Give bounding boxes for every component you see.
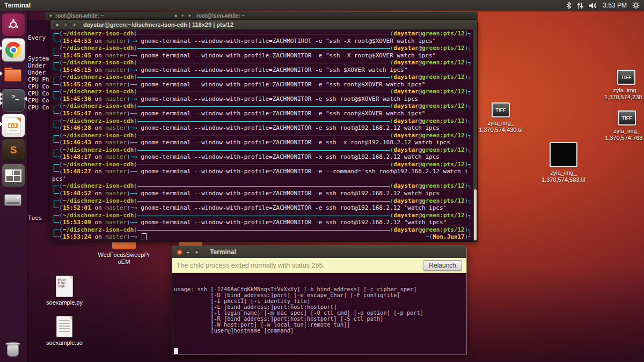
monitor-line: Under bbox=[26, 62, 50, 69]
app-menu-title[interactable]: Terminal bbox=[0, 2, 31, 9]
monitor-line: CPU Ph bbox=[26, 76, 50, 83]
running-indicator-arrow bbox=[0, 122, 3, 126]
launcher-item-disk-drive-icon[interactable] bbox=[2, 189, 24, 211]
folder-icon[interactable] bbox=[112, 242, 136, 249]
running-indicator-arrow bbox=[0, 46, 3, 50]
prompt-command-line: └─(15:45:36 on master)─→ gnome-terminal … bbox=[52, 95, 472, 103]
icon-label: zyla_img_ bbox=[591, 87, 644, 94]
wrapped-command-line: pcs' bbox=[52, 175, 472, 183]
background-window-1[interactable]: + root@ison-white: ~ bbox=[45, 12, 170, 20]
volume-icon[interactable] bbox=[589, 2, 597, 9]
main-terminal-titlebar[interactable]: × − + daystar@green:~/dischnerz-ison-cdh… bbox=[50, 20, 477, 29]
terminal-cursor bbox=[174, 348, 178, 354]
session-gear-icon[interactable] bbox=[632, 2, 640, 9]
close-icon[interactable]: × bbox=[173, 13, 178, 18]
minimize-icon[interactable]: − bbox=[185, 249, 191, 255]
launcher-item-chrome-icon[interactable] bbox=[2, 38, 25, 62]
prompt-command-line: └─(15:44:53 on master)─→ gnome-terminal … bbox=[52, 38, 472, 45]
relaunch-button[interactable]: Relaunch bbox=[423, 260, 462, 271]
prompt-top-line: ┌─(~/dischnerz-ison-cdh)(daystar@green:p… bbox=[52, 117, 472, 125]
prompt-top-line: ┌─(~/dischnerz-ison-cdh)(daystar@green:p… bbox=[52, 30, 472, 38]
prompt-top-line: ┌─(~/dischnerz-ison-cdh)(daystar@green:p… bbox=[52, 197, 472, 205]
monitor-line: Every bbox=[26, 34, 50, 41]
unity-launcher: >_S bbox=[0, 11, 27, 362]
bluetooth-icon[interactable] bbox=[566, 2, 572, 9]
top-panel: Terminal 3:53 PM bbox=[0, 0, 644, 11]
terminal-scrollback[interactable]: ┌─(~/dischnerz-ison-cdh)(daystar@green:p… bbox=[50, 29, 477, 241]
scrollbar-thumb[interactable] bbox=[474, 189, 477, 240]
launcher-item-ubuntu-dash-icon[interactable] bbox=[2, 13, 25, 36]
launcher-item-terminal-icon[interactable]: >_ bbox=[2, 88, 25, 112]
launcher-item-trash-icon[interactable] bbox=[2, 338, 24, 360]
monitor-line: CPU Co bbox=[26, 97, 50, 104]
background-window-title: root@ison-white: ~ bbox=[55, 13, 104, 19]
background-monitor-window: Every SystemUnderUnderCPU PhCPU CoCPU Co… bbox=[26, 20, 50, 223]
clock[interactable]: 3:53 PM bbox=[603, 2, 627, 9]
maximize-icon[interactable]: + bbox=[187, 13, 192, 18]
prompt-command-line: └─(15:53:24 on master)─→ ─(Mon,Jun17)┘ bbox=[52, 233, 472, 241]
desktop-icon-zyla-img-[interactable]: TIFFzyla_img_1,370,574,238.tif bbox=[591, 70, 644, 101]
prompt-top-line: ┌─(~/dischnerz-ison-cdh)(daystar@green:p… bbox=[52, 226, 472, 234]
infobar-message: The child process exited normally with s… bbox=[177, 262, 325, 269]
prompt-command-line: └─(15:45:47 on master)─→ gnome-terminal … bbox=[52, 110, 472, 117]
main-terminal-title: daystar@green:~/dischnerz-ison-cdh | 118… bbox=[83, 21, 233, 28]
maximize-icon[interactable]: + bbox=[48, 13, 53, 18]
launcher-item-sublime-text-icon[interactable]: S bbox=[2, 138, 25, 162]
prompt-command-line: └─(15:53:09 on master)─→ gnome-terminal … bbox=[52, 219, 472, 226]
background-window-title: root@ison-white: ~ bbox=[196, 13, 245, 19]
monitor-line: System bbox=[26, 55, 50, 62]
dialog-terminal-window: × − + Terminal The child process exited … bbox=[172, 246, 467, 355]
dialog-titlebar[interactable]: × − + Terminal bbox=[172, 246, 466, 258]
prompt-top-line: ┌─(~/dischnerz-ison-cdh)(daystar@green:p… bbox=[52, 102, 472, 110]
maximize-icon[interactable]: + bbox=[71, 22, 77, 28]
network-updown-icon[interactable] bbox=[577, 2, 583, 9]
launcher-item-workspace-grid-icon[interactable] bbox=[2, 164, 25, 187]
prompt-command-line: └─(15:48:27 on master)─→ gnome-terminal … bbox=[52, 168, 472, 175]
background-window-2[interactable]: × − + root@ison-white: ~ bbox=[170, 12, 478, 20]
prompt-top-line: ┌─(~/dischnerz-ison-cdh)(daystar@green:p… bbox=[52, 161, 472, 168]
so-file-icon[interactable] bbox=[56, 316, 72, 337]
tiff-file-icon[interactable]: TIFF bbox=[618, 110, 636, 125]
python-file-icon[interactable]: #!/ur # Py! from bbox=[56, 276, 73, 297]
desktop-icon-soexample-py[interactable]: #!/ur # Py! fromsoexample.py bbox=[30, 276, 99, 306]
minimize-icon[interactable]: − bbox=[63, 22, 69, 28]
minimize-icon[interactable]: − bbox=[180, 13, 185, 18]
icon-label: soexample.so bbox=[30, 339, 99, 346]
image-thumbnail[interactable] bbox=[550, 142, 577, 167]
prompt-command-line: └─(15:46:28 on master)─→ gnome-terminal … bbox=[52, 124, 472, 132]
launcher-item-files-icon[interactable] bbox=[2, 63, 24, 86]
prompt-top-line: ┌─(~/dischnerz-ison-cdh)(daystar@green:p… bbox=[52, 59, 472, 67]
dialog-title: Terminal bbox=[210, 248, 236, 256]
prompt-command-line: └─(15:52:01 on master)─→ gnome-terminal … bbox=[52, 204, 472, 212]
icon-label: 1,370,574,583.tif bbox=[529, 176, 598, 183]
prompt-command-line: └─(15:45:15 on master)─→ gnome-terminal … bbox=[52, 67, 472, 74]
prompt-top-line: ┌─(~/dischnerz-ison-cdh)(daystar@green:p… bbox=[52, 88, 472, 95]
desktop-icon-zyla-img-[interactable]: zyla_img_1,370,574,583.tif bbox=[529, 142, 598, 183]
icon-label: oEM bbox=[89, 258, 159, 265]
monitor-line: Under bbox=[26, 69, 50, 76]
maximize-icon[interactable]: + bbox=[194, 249, 200, 255]
launcher-item-libreoffice-impress-icon[interactable] bbox=[2, 114, 25, 137]
scrollbar[interactable] bbox=[473, 29, 477, 241]
focused-indicator-arrow bbox=[24, 97, 27, 101]
child-exit-infobar: The child process exited normally with s… bbox=[172, 258, 466, 273]
desktop-icon-zyla-img-[interactable]: TIFFzyla_img_1,370,574,768.tif bbox=[592, 110, 644, 142]
monitor-line: CPU Co bbox=[26, 104, 50, 111]
icon-label: zyla_img_ bbox=[592, 128, 644, 135]
prompt-command-line: └─(15:48:52 on master)─→ gnome-terminal … bbox=[52, 190, 472, 197]
tiff-file-icon[interactable]: TIFF bbox=[492, 102, 510, 117]
tiff-file-icon[interactable]: TIFF bbox=[617, 70, 635, 85]
prompt-top-line: ┌─(~/dischnerz-ison-cdh)(daystar@green:p… bbox=[52, 212, 472, 219]
prompt-top-line: ┌─(~/dischnerz-ison-cdh)(daystar@green:p… bbox=[52, 45, 472, 52]
monitor-line: CPU Co bbox=[26, 90, 50, 97]
prompt-top-line: ┌─(~/dischnerz-ison-cdh)(daystar@green:p… bbox=[52, 182, 472, 190]
terminal-cursor bbox=[142, 233, 147, 240]
icon-label: zyla_img_ bbox=[529, 169, 598, 176]
usage-line: [user@]hostname [command] bbox=[174, 328, 466, 334]
close-icon[interactable]: × bbox=[54, 22, 60, 28]
dialog-terminal-output[interactable]: usage: ssh [-1246AaCfgKkMNnqsTtVvXxYy] [… bbox=[172, 273, 466, 354]
close-icon[interactable]: × bbox=[177, 249, 182, 255]
monitor-line bbox=[26, 48, 50, 55]
desktop-icon-wedfocussweeppr[interactable]: WedFocusSweepProEM bbox=[89, 242, 159, 265]
desktop-icon-soexample-so[interactable]: soexample.so bbox=[30, 316, 99, 346]
